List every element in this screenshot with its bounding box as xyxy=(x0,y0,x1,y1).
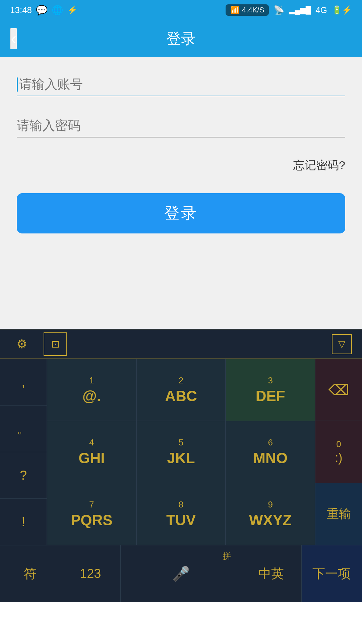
key-2-abc[interactable]: 2 ABC xyxy=(136,359,226,421)
keyboard-keys-main: , 。 ? ! 1 @. 2 ABC 3 DEF xyxy=(0,359,362,545)
status-right: 📶 4.4K/S 📡 ▂▄▆█ 4G 🔋⚡ xyxy=(226,4,352,16)
key-3-def[interactable]: 3 DEF xyxy=(226,359,315,421)
keyboard-type-icon: ⊡ xyxy=(51,338,60,350)
top-bar: ‹ 登录 xyxy=(0,20,362,57)
pinyin-label: 拼 xyxy=(223,551,231,561)
keyboard-collapse-button[interactable]: ▽ xyxy=(332,334,352,354)
status-left: 13:48 💬 🌐 ⚡ xyxy=(10,5,77,16)
back-icon: ‹ xyxy=(11,29,16,49)
wifi-status-icon: 📡 xyxy=(274,5,284,15)
key-comma[interactable]: , xyxy=(0,359,47,406)
key-exclaim[interactable]: ! xyxy=(0,499,47,545)
signal-icon: ▂▄▆█ xyxy=(289,6,311,14)
login-button[interactable]: 登录 xyxy=(17,193,345,233)
network-speed: 4.4K/S xyxy=(242,6,264,14)
keyboard-left-col: , 。 ? ! xyxy=(0,359,47,545)
key-1-at[interactable]: 1 @. xyxy=(47,359,136,421)
key-question[interactable]: ? xyxy=(0,452,47,499)
status-time: 13:48 xyxy=(10,5,32,15)
keyboard-bottom-row: 符 123 拼 🎤 中英 下一项 xyxy=(0,545,362,602)
cursor xyxy=(17,77,18,92)
main-content: 忘记密码? 登录 xyxy=(0,57,362,329)
key-period[interactable]: 。 xyxy=(0,406,47,452)
mic-icon: 🎤 xyxy=(172,566,190,582)
key-space-mic[interactable]: 拼 🎤 xyxy=(121,545,241,602)
account-input[interactable] xyxy=(19,77,345,92)
key-123[interactable]: 123 xyxy=(60,545,121,602)
key-delete[interactable]: ⌫ xyxy=(315,359,362,421)
usb-icon: ⚡ xyxy=(67,5,77,15)
key-5-jkl[interactable]: 5 JKL xyxy=(136,421,226,483)
key-4-ghi[interactable]: 4 GHI xyxy=(47,421,136,483)
collapse-icon: ▽ xyxy=(338,338,346,350)
app-icon: 🌐 xyxy=(52,5,63,16)
password-field-wrapper xyxy=(17,113,345,138)
keyboard-container: ⚙ ⊡ ▽ , 。 ? ! 1 @. xyxy=(0,329,362,602)
status-bar: 13:48 💬 🌐 ⚡ 📶 4.4K/S 📡 ▂▄▆█ 4G 🔋⚡ xyxy=(0,0,362,20)
key-lang-switch[interactable]: 中英 xyxy=(241,545,302,602)
key-next[interactable]: 下一项 xyxy=(302,545,362,602)
key-8-tuv[interactable]: 8 TUV xyxy=(136,483,226,545)
network-speed-badge: 📶 4.4K/S xyxy=(226,4,269,16)
key-reset[interactable]: 重输 xyxy=(315,483,362,545)
forgot-password-link[interactable]: 忘记密码? xyxy=(17,158,345,173)
key-7-pqrs[interactable]: 7 PQRS xyxy=(47,483,136,545)
settings-icon: ⚙ xyxy=(16,337,27,351)
keyboard-right-col: ⌫ 0 :) 重输 xyxy=(315,359,362,545)
back-button[interactable]: ‹ xyxy=(10,28,17,49)
network-type: 4G xyxy=(315,5,327,15)
account-field-wrapper xyxy=(17,77,345,96)
key-symbol[interactable]: 符 xyxy=(0,545,60,602)
wifi-icon: 📶 xyxy=(230,6,239,14)
key-9-wxyz[interactable]: 9 WXYZ xyxy=(226,483,315,545)
battery-icon: 🔋⚡ xyxy=(332,5,352,15)
keyboard-num-grid: 1 @. 2 ABC 3 DEF 4 GHI 5 JKL xyxy=(47,359,315,545)
keyboard-toggle-button[interactable]: ⊡ xyxy=(44,332,67,356)
key-emoji[interactable]: 0 :) xyxy=(315,421,362,483)
password-input[interactable] xyxy=(17,113,345,138)
keyboard-toolbar: ⚙ ⊡ ▽ xyxy=(0,329,362,359)
wechat-icon: 💬 xyxy=(36,5,48,16)
page-title: 登录 xyxy=(166,29,196,49)
keyboard-settings-button[interactable]: ⚙ xyxy=(10,332,34,356)
key-6-mno[interactable]: 6 MNO xyxy=(226,421,315,483)
